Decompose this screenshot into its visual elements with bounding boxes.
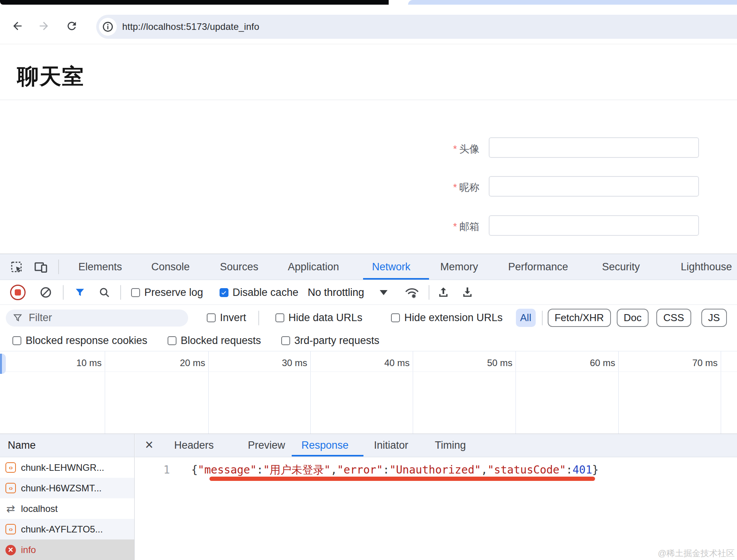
export-har-button[interactable] bbox=[461, 286, 474, 299]
disable-cache-checkbox[interactable] bbox=[220, 288, 228, 297]
script-file-icon: ‹› bbox=[5, 524, 16, 534]
exchange-icon: ⇄ bbox=[5, 503, 16, 515]
avatar-input[interactable] bbox=[489, 137, 699, 158]
reload-icon bbox=[66, 20, 78, 32]
record-network-log-button[interactable] bbox=[10, 285, 26, 300]
reload-button[interactable] bbox=[65, 19, 78, 33]
timeline-gridline bbox=[516, 351, 516, 434]
devtools-tabbar: Elements Console Sources Application Net… bbox=[0, 254, 737, 280]
tab-performance[interactable]: Performance bbox=[508, 254, 568, 280]
timeline-tick: 50 ms bbox=[477, 358, 512, 368]
screenshot-root: http://localhost:5173/update_info 聊天室 *头… bbox=[0, 0, 737, 560]
filter-pill[interactable] bbox=[6, 309, 188, 327]
watermark: @稀土掘金技术社区 bbox=[658, 548, 735, 559]
type-filter-fetch-xhr[interactable]: Fetch/XHR bbox=[548, 309, 611, 327]
request-row[interactable]: ‹› chunk-H6WZSMT... bbox=[0, 478, 134, 498]
hide-data-urls-checkbox[interactable] bbox=[275, 313, 284, 322]
hide-extension-urls-option[interactable]: Hide extension URLs bbox=[391, 312, 503, 324]
detail-tab-initiator[interactable]: Initiator bbox=[374, 434, 408, 456]
timeline-gridline bbox=[105, 351, 105, 434]
detail-tabbar: × Headers Preview Response Initiator Tim… bbox=[135, 434, 737, 457]
blocked-requests-option[interactable]: Blocked requests bbox=[168, 335, 261, 347]
tab-application[interactable]: Application bbox=[288, 254, 339, 280]
hide-data-urls-option[interactable]: Hide data URLs bbox=[275, 312, 363, 324]
required-marker: * bbox=[453, 181, 457, 193]
tab-sources[interactable]: Sources bbox=[220, 254, 258, 280]
form-label-nickname: *昵称 bbox=[349, 181, 479, 194]
download-icon bbox=[461, 286, 474, 299]
inspect-element-icon[interactable] bbox=[10, 261, 23, 274]
third-party-requests-checkbox[interactable] bbox=[281, 336, 290, 345]
site-info-chip[interactable] bbox=[99, 18, 117, 36]
timeline-hairline bbox=[0, 372, 737, 372]
network-filter-row: Invert Hide data URLs Hide extension URL… bbox=[0, 305, 737, 330]
chevron-down-icon[interactable] bbox=[380, 290, 388, 295]
timeline-tick: 70 ms bbox=[683, 358, 718, 368]
page-divider bbox=[0, 100, 737, 100]
preserve-log-option[interactable]: Preserve log bbox=[131, 287, 203, 299]
toolbar-separator bbox=[63, 285, 64, 300]
search-button[interactable] bbox=[99, 287, 110, 298]
invert-option[interactable]: Invert bbox=[207, 312, 246, 324]
blocked-response-cookies-checkbox[interactable] bbox=[12, 336, 21, 345]
toolbar-separator bbox=[258, 311, 259, 325]
type-filter-css[interactable]: CSS bbox=[656, 309, 691, 327]
timeline-selection-handle[interactable] bbox=[0, 354, 6, 374]
request-row[interactable]: ⇄ localhost bbox=[0, 498, 134, 519]
blocked-response-cookies-option[interactable]: Blocked response cookies bbox=[12, 335, 147, 347]
nickname-input[interactable] bbox=[489, 176, 699, 197]
detail-tab-response[interactable]: Response bbox=[301, 434, 349, 456]
tab-network[interactable]: Network bbox=[372, 254, 410, 280]
invert-label: Invert bbox=[220, 312, 246, 324]
tab-console[interactable]: Console bbox=[151, 254, 190, 280]
tab-security[interactable]: Security bbox=[602, 254, 640, 280]
blocked-requests-label: Blocked requests bbox=[181, 335, 261, 347]
clear-network-log-button[interactable] bbox=[40, 286, 52, 299]
toolbar-separator bbox=[542, 311, 543, 325]
detail-tab-timing[interactable]: Timing bbox=[435, 434, 466, 456]
tab-lighthouse[interactable]: Lighthouse bbox=[681, 254, 732, 280]
invert-checkbox[interactable] bbox=[207, 313, 216, 322]
back-arrow-icon bbox=[11, 20, 24, 32]
hide-extension-urls-label: Hide extension URLs bbox=[404, 312, 503, 324]
timeline-gridline bbox=[413, 351, 413, 434]
response-json-line: {"message":"用户未登录","error":"Unauthorized… bbox=[191, 463, 599, 477]
checkmark-icon bbox=[220, 289, 227, 296]
tab-elements[interactable]: Elements bbox=[78, 254, 122, 280]
detail-tab-headers[interactable]: Headers bbox=[174, 434, 214, 456]
address-bar[interactable]: http://localhost:5173/update_info bbox=[96, 15, 737, 39]
wifi-gear-icon bbox=[405, 286, 419, 299]
disable-cache-option[interactable]: Disable cache bbox=[220, 287, 299, 299]
type-filter-doc[interactable]: Doc bbox=[617, 309, 649, 327]
detail-tab-preview[interactable]: Preview bbox=[248, 434, 285, 456]
response-body: 1 {"message":"用户未登录","error":"Unauthoriz… bbox=[135, 457, 737, 560]
hide-extension-urls-checkbox[interactable] bbox=[391, 313, 400, 322]
blocked-requests-checkbox[interactable] bbox=[168, 336, 176, 345]
search-icon bbox=[99, 287, 110, 298]
import-har-button[interactable] bbox=[437, 286, 450, 299]
line-number: 1 bbox=[159, 463, 170, 476]
timeline-tick: 30 ms bbox=[272, 358, 307, 368]
forward-button[interactable] bbox=[37, 19, 50, 33]
network-conditions-button[interactable] bbox=[405, 286, 419, 299]
request-name: localhost bbox=[21, 503, 58, 514]
timeline-tick: 10 ms bbox=[67, 358, 102, 368]
filter-input[interactable] bbox=[28, 311, 181, 324]
network-options-row: Blocked response cookies Blocked request… bbox=[0, 330, 737, 351]
third-party-requests-option[interactable]: 3rd-party requests bbox=[281, 335, 379, 347]
browser-tab[interactable] bbox=[408, 0, 737, 5]
type-filter-all[interactable]: All bbox=[516, 309, 536, 327]
close-icon[interactable]: × bbox=[145, 434, 153, 456]
device-toolbar-icon[interactable] bbox=[34, 261, 48, 274]
tab-memory[interactable]: Memory bbox=[440, 254, 478, 280]
type-filter-js[interactable]: JS bbox=[701, 309, 727, 327]
back-button[interactable] bbox=[11, 19, 24, 33]
preserve-log-checkbox[interactable] bbox=[131, 288, 140, 297]
request-list-header[interactable]: Name bbox=[0, 434, 134, 457]
request-row-selected[interactable]: × info bbox=[0, 539, 134, 560]
filter-toggle-button[interactable] bbox=[74, 287, 85, 298]
throttling-select[interactable]: No throttling bbox=[308, 287, 364, 299]
request-row[interactable]: ‹› chunk-AYFLZTO5... bbox=[0, 519, 134, 539]
email-input[interactable] bbox=[489, 215, 699, 236]
request-row[interactable]: ‹› chunk-LEHWNGR... bbox=[0, 457, 134, 478]
